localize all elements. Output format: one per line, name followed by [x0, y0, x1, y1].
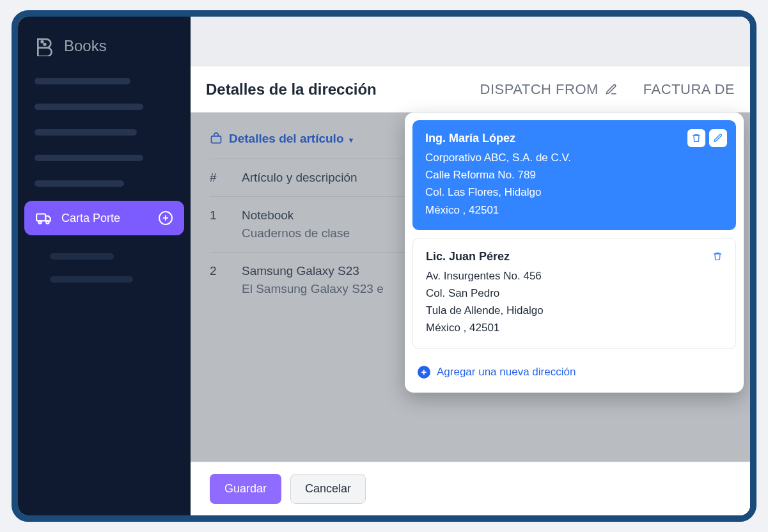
address-company: Corporativo ABC, S.A. de C.V.	[425, 149, 723, 166]
sidebar-item-label: Carta Porte	[61, 212, 150, 225]
tab-factura-de[interactable]: FACTURA DE	[643, 81, 735, 98]
pencil-icon	[713, 133, 723, 143]
sidebar-item-carta-porte[interactable]: Carta Porte +	[24, 201, 184, 235]
tab-dispatch-from[interactable]: DISPATCH FROM	[480, 81, 618, 98]
add-icon[interactable]: +	[159, 211, 173, 225]
address-name: Ing. María López	[425, 132, 723, 145]
address-country-zip: México , 42501	[425, 201, 723, 219]
save-button[interactable]: Guardar	[210, 474, 281, 504]
pencil-icon	[605, 83, 618, 96]
cancel-button[interactable]: Cancelar	[290, 474, 366, 504]
address-country-zip: México , 42501	[426, 319, 723, 336]
nav-placeholder[interactable]	[35, 78, 130, 84]
nav-placeholder[interactable]	[35, 155, 143, 161]
trash-icon	[712, 251, 723, 262]
nav-placeholder[interactable]	[35, 180, 124, 187]
plus-icon: +	[418, 366, 430, 379]
svg-point-0	[42, 41, 43, 43]
address-card-selected[interactable]: Ing. María López Corporativo ABC, S.A. d…	[412, 120, 736, 230]
nav-placeholder[interactable]	[35, 129, 137, 136]
brand: Books	[18, 29, 191, 75]
footer: Guardar Cancelar	[191, 462, 750, 515]
svg-point-3	[38, 221, 41, 223]
address-city-state: Tula de Allende, Hidalgo	[426, 302, 723, 319]
nav-placeholder[interactable]	[35, 104, 143, 110]
page-title: Detalles de la dirección	[206, 81, 455, 98]
svg-point-4	[46, 221, 49, 223]
address-colony: Col. San Pedro	[426, 285, 723, 302]
edit-address-button[interactable]	[709, 129, 727, 147]
delete-address-button[interactable]	[709, 247, 726, 265]
truck-icon	[36, 210, 52, 226]
add-new-label: Agregar una nueva dirección	[437, 366, 576, 379]
nav-placeholders-top	[18, 75, 191, 189]
address-name: Lic. Juan Pérez	[426, 250, 723, 263]
app-frame: Books Carta Porte + Deta	[12, 10, 756, 522]
brand-name: Books	[64, 37, 107, 55]
brand-icon	[35, 36, 55, 56]
address-street: Av. Insurgentes No. 456	[426, 267, 723, 285]
tab-label: DISPATCH FROM	[480, 81, 599, 98]
svg-point-1	[44, 43, 46, 45]
delete-address-button[interactable]	[687, 129, 705, 147]
nav-placeholders-sub	[18, 247, 191, 283]
main: Detalles de la dirección DISPATCH FROM F…	[191, 17, 750, 515]
trash-icon	[691, 133, 701, 143]
body: Detalles del artículo # Artículo y descr…	[191, 113, 750, 462]
sidebar: Books Carta Porte +	[18, 17, 191, 515]
tab-label: FACTURA DE	[643, 81, 735, 98]
address-street: Calle Reforma No. 789	[425, 166, 723, 184]
tab-bar: Detalles de la dirección DISPATCH FROM F…	[191, 66, 750, 113]
address-dropdown: Ing. María López Corporativo ABC, S.A. d…	[405, 113, 744, 393]
address-colony: Col. Las Flores, Hidalgo	[425, 184, 723, 201]
nav-placeholder[interactable]	[50, 276, 133, 283]
nav-placeholder[interactable]	[50, 253, 114, 260]
top-grey-bar	[191, 17, 750, 66]
add-new-address-button[interactable]: + Agregar una nueva dirección	[412, 357, 736, 385]
svg-rect-2	[36, 214, 45, 221]
address-card[interactable]: Lic. Juan Pérez Av. Insurgentes No. 456 …	[412, 238, 736, 349]
